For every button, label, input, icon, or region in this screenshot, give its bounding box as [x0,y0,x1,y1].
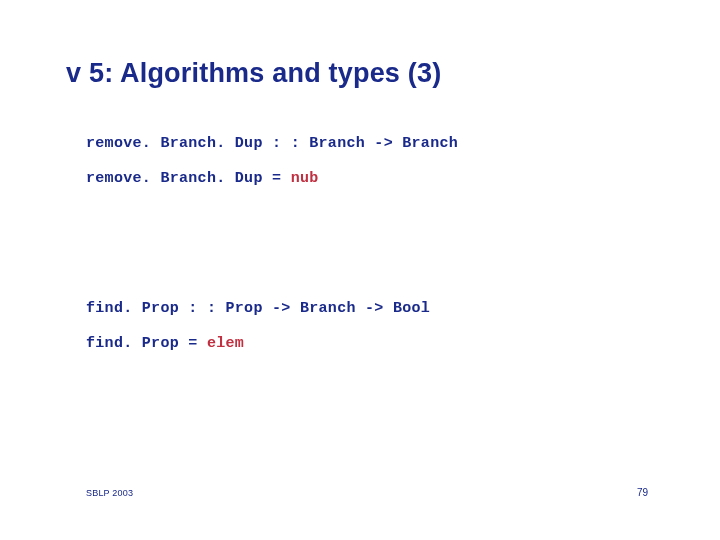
code-text: find. Prop : : Prop -> Branch -> Bool [86,300,430,317]
code-highlight: nub [291,170,319,187]
code-line-1: remove. Branch. Dup : : Branch -> Branch [86,135,458,153]
code-text: remove. Branch. Dup = [86,170,291,187]
code-line-3: find. Prop : : Prop -> Branch -> Bool [86,300,430,318]
page-number: 79 [637,487,648,498]
slide-title: v 5: Algorithms and types (3) [66,58,441,89]
code-line-4: find. Prop = elem [86,335,244,353]
footer-left: SBLP 2003 [86,488,133,498]
slide: v 5: Algorithms and types (3) remove. Br… [0,0,720,540]
code-line-2: remove. Branch. Dup = nub [86,170,319,188]
code-text: find. Prop = [86,335,207,352]
code-highlight: elem [207,335,244,352]
code-text: remove. Branch. Dup : : Branch -> Branch [86,135,458,152]
